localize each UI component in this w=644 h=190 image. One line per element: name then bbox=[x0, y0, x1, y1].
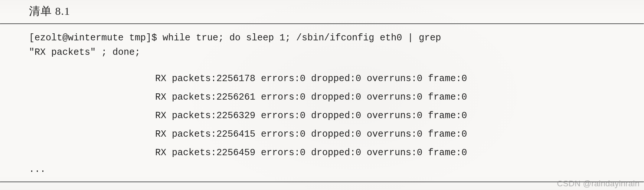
code-listing: [ezolt@wintermute tmp]$ while true; do s… bbox=[0, 24, 644, 177]
divider-bottom bbox=[0, 181, 644, 183]
command-output: RX packets:2256178 errors:0 dropped:0 ov… bbox=[29, 70, 644, 177]
command-line-1: [ezolt@wintermute tmp]$ while true; do s… bbox=[29, 31, 644, 46]
watermark-text: CSDN @raindayinrain bbox=[557, 179, 640, 189]
output-line: RX packets:2256459 errors:0 dropped:0 ov… bbox=[29, 144, 644, 162]
output-line: RX packets:2256329 errors:0 dropped:0 ov… bbox=[29, 107, 644, 125]
listing-title: 清单 8.1 bbox=[0, 0, 644, 23]
output-line: RX packets:2256261 errors:0 dropped:0 ov… bbox=[29, 88, 644, 107]
output-ellipsis: ... bbox=[29, 162, 644, 177]
listing-page: 清单 8.1 [ezolt@wintermute tmp]$ while tru… bbox=[0, 0, 644, 190]
output-line: RX packets:2256178 errors:0 dropped:0 ov… bbox=[29, 70, 644, 88]
output-line: RX packets:2256415 errors:0 dropped:0 ov… bbox=[29, 125, 644, 144]
command-line-2: "RX packets" ; done; bbox=[29, 46, 644, 60]
